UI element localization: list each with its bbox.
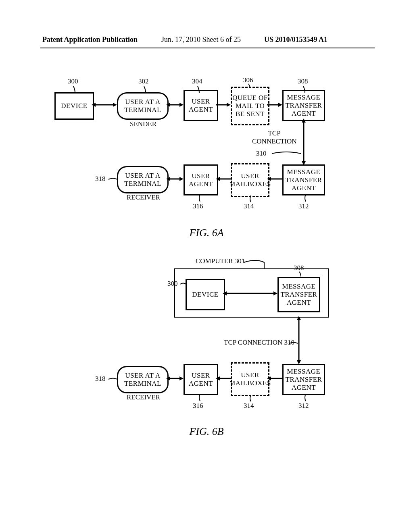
svg-marker-24	[297, 316, 301, 320]
svg-marker-17	[216, 177, 220, 181]
svg-marker-2	[113, 103, 117, 107]
svg-marker-4	[166, 103, 170, 107]
ref-304-a: 304	[192, 77, 202, 85]
label-computer-301: COMPUTER 301	[196, 257, 245, 265]
box-mta-bot-b: MESSAGE TRANSFER AGENT	[282, 364, 325, 395]
tick-314-b	[248, 395, 253, 404]
ref-300-b: 300	[167, 280, 178, 288]
ref-316-b: 316	[193, 402, 203, 410]
ref-316-a: 316	[193, 202, 203, 210]
svg-marker-9	[278, 103, 282, 107]
svg-marker-21	[223, 291, 227, 295]
arrow-tcp-b	[296, 316, 302, 364]
arrow-ua-receiver-b	[166, 376, 184, 381]
arrow-queue-mta	[267, 102, 282, 108]
arrow-mta-mail-b	[267, 376, 282, 381]
tick-310-b	[290, 341, 298, 345]
box-device-a: DEVICE	[54, 92, 94, 120]
arrow-mail-ua-b	[216, 376, 231, 381]
ref-308-a: 308	[298, 77, 308, 85]
arrow-device-sender	[92, 102, 117, 108]
box-queue: QUEUE OF MAIL TO BE SENT	[231, 87, 269, 125]
tick-300-b	[180, 282, 186, 286]
tick-302-a	[143, 85, 148, 94]
label-receiver-b: RECEIVER	[124, 393, 163, 401]
tick-316-b	[198, 394, 202, 403]
ref-312-b: 312	[298, 402, 309, 410]
ref-310-a: 310	[256, 150, 267, 158]
tick-310-a	[272, 152, 301, 156]
svg-marker-11	[302, 118, 306, 123]
fig-title-6a: FIG. 6A	[0, 227, 413, 239]
box-mailboxes-b: USER MAILBOXES	[231, 362, 269, 396]
arrow-tcp-a	[301, 118, 307, 165]
box-mta-top-b: MESSAGE TRANSFER AGENT	[277, 277, 320, 312]
box-mta-bot-a: MESSAGE TRANSFER AGENT	[282, 164, 325, 195]
svg-marker-1	[92, 103, 96, 107]
box-device-b: DEVICE	[186, 279, 225, 310]
tick-300-a	[73, 85, 77, 94]
svg-marker-15	[179, 177, 184, 181]
svg-marker-19	[267, 177, 271, 181]
tick-308-b	[298, 271, 303, 280]
oval-receiver-terminal-a: USER AT A TERMINAL	[117, 166, 169, 193]
ref-300-a: 300	[68, 77, 78, 85]
tick-318-b	[108, 377, 117, 381]
label-receiver-a: RECEIVER	[124, 193, 163, 202]
fig-title-6b: FIG. 6B	[0, 426, 413, 438]
svg-marker-14	[166, 177, 170, 181]
tick-316-a	[198, 194, 202, 203]
svg-marker-28	[179, 376, 184, 380]
svg-marker-27	[166, 376, 170, 380]
svg-marker-32	[267, 376, 271, 380]
ref-318-a: 318	[95, 175, 106, 183]
label-tcp-a: TCP CONNECTION	[252, 129, 296, 145]
arrow-mta-mail-a	[267, 176, 282, 182]
box-user-agent-bot-a: USER AGENT	[184, 164, 218, 195]
oval-sender-terminal: USER AT A TERMINAL	[117, 92, 169, 120]
oval-receiver-terminal-b: USER AT A TERMINAL	[117, 366, 169, 393]
svg-marker-30	[216, 376, 220, 380]
box-user-agent-b: USER AGENT	[184, 364, 218, 395]
ref-312-a: 312	[298, 202, 309, 210]
box-user-agent-top-a: USER AGENT	[184, 90, 218, 121]
box-mailboxes-a: USER MAILBOXES	[231, 163, 269, 197]
ref-318-b: 318	[95, 375, 106, 383]
tick-314-a	[248, 195, 253, 204]
ref-302-a: 302	[138, 77, 149, 85]
svg-marker-5	[179, 103, 184, 107]
arrow-device-mta-b	[223, 291, 277, 296]
box-mta-top-a: MESSAGE TRANSFER AGENT	[282, 90, 325, 121]
tick-312-a	[303, 194, 308, 203]
arrow-ua-receiver-a	[166, 176, 184, 182]
label-tcp-b: TCP CONNECTION 310	[224, 339, 294, 347]
arrow-sender-ua	[166, 102, 184, 108]
svg-marker-7	[227, 103, 231, 107]
tick-312-b	[303, 394, 308, 403]
arrow-mail-ua-a	[216, 176, 231, 182]
svg-marker-22	[273, 291, 277, 295]
label-sender: SENDER	[125, 120, 161, 128]
arrow-ua-queue	[216, 102, 231, 108]
tick-318-a	[108, 177, 117, 181]
tick-304-a	[197, 85, 202, 94]
tick-308-a	[302, 85, 307, 94]
diagram-canvas: DEVICE USER AT A TERMINAL SENDER USER AG…	[0, 0, 413, 532]
tick-computer-301	[244, 260, 267, 270]
tick-306-a	[248, 83, 252, 92]
